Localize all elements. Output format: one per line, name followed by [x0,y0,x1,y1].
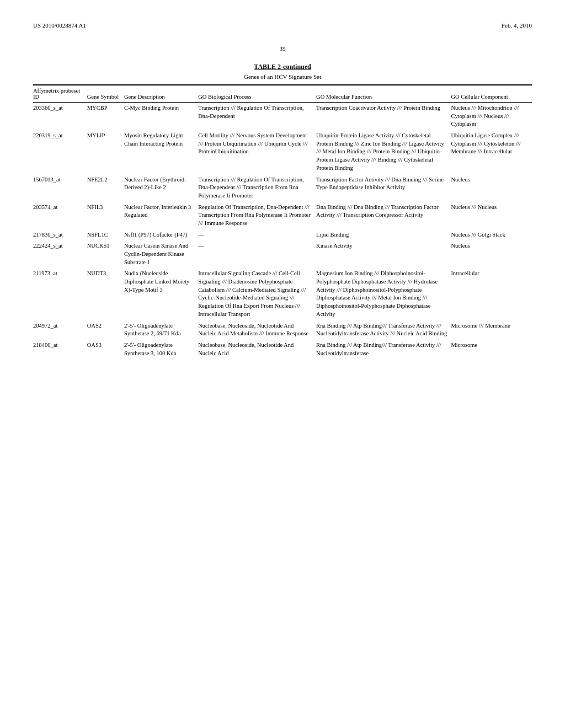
cell-component: Nucleus [451,174,532,202]
cell-mol-function: Magnesium Ion Binding /// Diphosphoinosi… [316,268,451,320]
cell-component: Microsome [451,340,532,359]
cell-symbol: NFE2L2 [87,174,124,202]
cell-component: Ubiquitin Ligase Complex /// Cytoplasm /… [451,130,532,174]
cell-bio-process: Nucleobase, Nucleoside, Nucleotide And N… [198,340,316,359]
cell-description: Nuclear Casein Kinase And Cyclin-Depende… [124,240,198,268]
table-subtitle: Genes of an HCV Signature Set [33,73,532,80]
cell-mol-function: Lipid Binding [316,229,451,241]
cell-mol-function: Dna Binding /// Dna Binding /// Transcri… [316,202,451,229]
cell-probeset: 1567013_at [33,174,87,202]
cell-bio-process: Cell Motility /// Nervous System Develop… [198,130,316,174]
cell-bio-process: Transcription /// Regulation Of Transcri… [198,103,316,131]
cell-symbol: OAS2 [87,320,124,340]
table-title: TABLE 2-continued [33,63,532,71]
cell-symbol: NUCKS1 [87,240,124,268]
table-row: 218400_atOAS32'-5'- Oligoadenylate Synth… [33,340,532,359]
cell-probeset: 217830_s_at [33,229,87,241]
cell-mol-function: Transcription Coactivator Activity /// P… [316,103,451,131]
cell-component: Microsome /// Membrane [451,320,532,340]
cell-probeset: 203360_s_at [33,103,87,131]
page-header: US 2010/0028874 A1 Feb. 4, 2010 [33,22,532,29]
table-row: 203360_s_atMYCBPC-Myc Binding ProteinTra… [33,103,532,131]
table-row: 1567013_atNFE2L2Nuclear Factor (Erythroi… [33,174,532,202]
cell-description: 2'-5'- Oligoadenylate Synthetase 3, 100 … [124,340,198,359]
cell-mol-function: Rna Binding /// Atp Binding/// Transfera… [316,340,451,359]
cell-probeset: 204972_at [33,320,87,340]
cell-symbol: NUDT3 [87,268,124,320]
col-header-bio-process: GO Biological Process [198,85,316,103]
cell-probeset: 218400_at [33,340,87,359]
cell-probeset: 220319_s_at [33,130,87,174]
cell-bio-process: — [198,240,316,268]
cell-symbol: MYCBP [87,103,124,131]
cell-symbol: MYLIP [87,130,124,174]
col-header-cell-component: GO Cellular Component [451,85,532,103]
table-row: 211973_atNUDT3Nudix (Nucleoside Diphosph… [33,268,532,320]
cell-symbol: OAS3 [87,340,124,359]
col-header-mol-function: GO Molecular Function [316,85,451,103]
cell-component: Nucleus /// Nucleus [451,202,532,229]
cell-component: Nucleus /// Golgi Stack [451,229,532,241]
cell-bio-process: — [198,229,316,241]
cell-mol-function: Kinase Activity [316,240,451,268]
cell-mol-function: Transcription Factor Activity /// Dna Bi… [316,174,451,202]
cell-description: Nsfl1 (P97) Cofactor (P47) [124,229,198,241]
cell-description: Nuclear Factor, Interleukin 3 Regulated [124,202,198,229]
cell-description: Myosin Regulatory Light Chain Interactin… [124,130,198,174]
cell-description: Nudix (Nucleoside Diphosphate Linked Moi… [124,268,198,320]
col-header-symbol: Gene Symbol [87,85,124,103]
patent-number: US 2010/0028874 A1 [33,22,86,29]
cell-mol-function: Ubiquitin-Protein Ligase Activity /// Cy… [316,130,451,174]
table-row: 220319_s_atMYLIPMyosin Regulatory Light … [33,130,532,174]
cell-bio-process: Regulation Of Transcription, Dna-Depende… [198,202,316,229]
cell-bio-process: Transcription /// Regulation Of Transcri… [198,174,316,202]
cell-component: Nucleus /// Mitochondrion /// Cytoplasm … [451,103,532,131]
cell-bio-process: Intracellular Signaling Cascade /// Cell… [198,268,316,320]
cell-probeset: 222424_s_at [33,240,87,268]
cell-symbol: NSFL1C [87,229,124,241]
table-row: 222424_s_atNUCKS1Nuclear Casein Kinase A… [33,240,532,268]
table-row: 204972_atOAS22'-5'- Oligoadenylate Synth… [33,320,532,340]
table-row: 217830_s_atNSFL1CNsfl1 (P97) Cofactor (P… [33,229,532,241]
cell-mol-function: Rna Binding /// Atp Binding/// Transfera… [316,320,451,340]
patent-date: Feb. 4, 2010 [502,22,532,29]
cell-probeset: 211973_at [33,268,87,320]
cell-component: Intracellular [451,268,532,320]
table-header-row: Affymetrix probeset ID Gene Symbol Gene … [33,85,532,103]
col-header-description: Gene Description [124,85,198,103]
cell-bio-process: Nucleobase, Nucleoside, Nucleotide And N… [198,320,316,340]
cell-description: C-Myc Binding Protein [124,103,198,131]
page-number: 39 [33,45,532,52]
cell-description: Nuclear Factor (Erythroid-Derived 2)-Lik… [124,174,198,202]
cell-symbol: NFIL3 [87,202,124,229]
col-header-probeset: Affymetrix probeset ID [33,85,87,103]
cell-component: Nucleus [451,240,532,268]
table-row: 203574_atNFIL3Nuclear Factor, Interleuki… [33,202,532,229]
main-table: Affymetrix probeset ID Gene Symbol Gene … [33,84,532,359]
cell-description: 2'-5'- Oligoadenylate Synthetase 2, 69/7… [124,320,198,340]
cell-probeset: 203574_at [33,202,87,229]
